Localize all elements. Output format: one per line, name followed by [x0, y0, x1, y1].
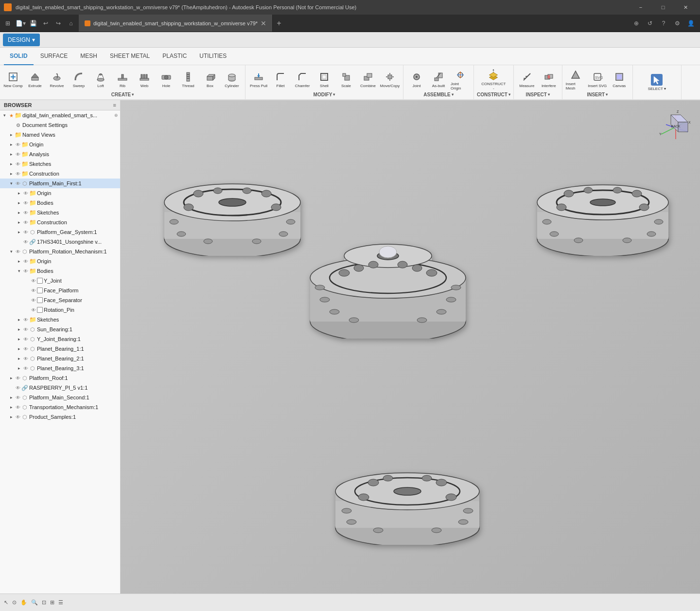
tree-item-rotation[interactable]: 👁 ⬡ Platform_Rotation_Mechanism:1	[0, 247, 120, 256]
browser-expand-button[interactable]: ≡	[113, 102, 116, 108]
tree-item-planet-3[interactable]: 👁 ⬡ Planet_Bearing_3:1	[0, 363, 120, 373]
folder-icon-root: 📁	[15, 112, 21, 119]
file-menu-button[interactable]: 📄▾	[15, 18, 26, 29]
tree-item-y-joint[interactable]: 👁 Y_Joint	[0, 276, 120, 286]
measure-button[interactable]: Measure	[517, 68, 537, 91]
web-button[interactable]: Web	[134, 68, 155, 91]
tree-item-product[interactable]: 👁 ⬡ Product_Samples:1	[0, 412, 120, 422]
tab-close-button[interactable]: ✕	[261, 19, 266, 27]
hole-button[interactable]: Hole	[156, 68, 176, 91]
tree-item-gear-system[interactable]: 👁 ⬡ Platform_Gear_System:1	[0, 227, 120, 237]
tab-solid[interactable]: SOLID	[4, 48, 34, 65]
sweep-button[interactable]: Sweep	[69, 68, 89, 91]
home-button[interactable]: ⌂	[65, 18, 77, 29]
tree-item-face-separator[interactable]: 👁 Face_Separator	[0, 295, 120, 305]
help-icon[interactable]: ?	[658, 18, 669, 29]
tree-item-pr-bodies[interactable]: 👁 📁 Bodies	[0, 266, 120, 276]
zoom-icon[interactable]: 🔍	[31, 599, 38, 606]
star-btn[interactable]: ⊕	[114, 113, 118, 118]
tree-item-pmf-bodies[interactable]: 👁 📁 Bodies	[0, 198, 120, 208]
tree-item-sun-bearing[interactable]: 👁 ⬡ Sun_Bearing:1	[0, 324, 120, 334]
maximize-button[interactable]: □	[652, 0, 674, 15]
interference-button[interactable]: Interfere	[539, 68, 559, 91]
minimize-button[interactable]: −	[630, 0, 651, 15]
svg-point-124	[564, 190, 574, 197]
tree-item-raspberry[interactable]: 👁 🔗 RASPBERRY_PI_5 v1:1	[0, 383, 120, 393]
tree-item-origin[interactable]: 👁 📁 Origin	[0, 140, 120, 149]
insert-svg-button[interactable]: SVG Insert SVG	[587, 68, 608, 91]
tab-plastic[interactable]: PLASTIC	[157, 48, 192, 65]
display-icon[interactable]: ☰	[58, 599, 63, 606]
tab-sheet-metal[interactable]: SHEET METAL	[104, 48, 156, 65]
redo-button[interactable]: ↪	[52, 18, 64, 29]
extension-icon[interactable]: ⊕	[631, 18, 642, 29]
joint-button[interactable]: Joint	[406, 68, 427, 91]
orbit-icon[interactable]: ⊙	[12, 599, 17, 606]
combine-button[interactable]: Combine	[358, 68, 378, 91]
tree-item-platform-second[interactable]: 👁 ⬡ Platform_Main_Second:1	[0, 393, 120, 402]
insert-canvas-button[interactable]: Canvas	[609, 68, 630, 91]
asbuilt-joint-button[interactable]: As-built	[428, 68, 449, 91]
pan-icon[interactable]: ✋	[20, 599, 27, 606]
tree-item-pr-sketches[interactable]: 👁 📁 Sketches	[0, 315, 120, 324]
insert-mesh-button[interactable]: Insert Mesh	[565, 68, 586, 91]
folder-icon-pmf-origin: 📁	[29, 190, 36, 197]
new-component-button[interactable]: New Comp	[3, 68, 23, 91]
account-icon[interactable]: 👤	[685, 18, 696, 29]
grid-icon[interactable]: ⊞	[2, 18, 14, 29]
chamfer-button[interactable]: Chamfer	[292, 68, 313, 91]
save-button[interactable]: 💾	[27, 18, 39, 29]
box-button[interactable]: Box	[200, 68, 220, 91]
tree-item-construction-root[interactable]: 👁 📁 Construction	[0, 169, 120, 179]
cursor-icon[interactable]: ↖	[4, 599, 8, 606]
tree-arrow-origin	[8, 141, 15, 148]
revolve-button[interactable]: Revolve	[47, 68, 67, 91]
grid-view-icon[interactable]: ⊞	[50, 599, 54, 606]
tree-item-doc-settings[interactable]: ⚙ Document Settings	[0, 120, 120, 130]
tree-item-transport[interactable]: 👁 ⬡ Transportation_Mechanism:1	[0, 402, 120, 412]
orientation-gizmo[interactable]: Z X Y BACK	[656, 105, 695, 144]
tree-item-named-views[interactable]: 📁 Named Views	[0, 130, 120, 140]
tab-mesh[interactable]: MESH	[74, 48, 103, 65]
tab-utilities[interactable]: UTILITIES	[193, 48, 232, 65]
tree-item-face-platform[interactable]: 👁 Face_Platform	[0, 286, 120, 295]
undo-button[interactable]: ↩	[40, 18, 52, 29]
shell-button[interactable]: Shell	[314, 68, 334, 91]
thread-button[interactable]: Thread	[178, 68, 198, 91]
select-button[interactable]: SELECT ▾	[647, 71, 667, 94]
add-tab-button[interactable]: +	[273, 15, 285, 32]
tree-item-pmf-construction[interactable]: 👁 📁 Construction	[0, 217, 120, 227]
tree-item-platform-main-first[interactable]: 👁 ⬡ Platform_Main_First:1	[0, 179, 120, 188]
tree-item-platform-roof[interactable]: 👁 ⬡ Platform_Roof:1	[0, 373, 120, 383]
fillet-button[interactable]: Fillet	[270, 68, 291, 91]
cylinder-button[interactable]: Cylinder	[222, 68, 242, 91]
close-button[interactable]: ✕	[675, 0, 696, 15]
move-copy-button[interactable]: Move/Copy	[380, 68, 400, 91]
tree-item-planet-1[interactable]: 👁 ⬡ Planet_Bearing_1:1	[0, 344, 120, 354]
joint-origin-button[interactable]: Joint Origin	[450, 68, 471, 91]
offset-plane-button[interactable]: CONSTRUCT -	[480, 68, 507, 91]
tree-item-sketches-root[interactable]: 👁 📁 Sketches	[0, 159, 120, 169]
tree-item-uson[interactable]: 👁 🔗 17HS3401_Usongshine v...	[0, 237, 120, 247]
tree-item-rotation-pin[interactable]: 👁 Rotation_Pin	[0, 305, 120, 315]
extrude-button[interactable]: Extrude	[25, 68, 45, 91]
press-pull-button[interactable]: Press Pull	[248, 68, 269, 91]
tree-item-root[interactable]: ★ 📁 digital_twin_enabled_smart_s... ⊕	[0, 110, 120, 120]
tree-item-analysis[interactable]: 👁 📁 Analysis	[0, 149, 120, 159]
tree-item-pr-origin[interactable]: 👁 📁 Origin	[0, 256, 120, 266]
tree-item-planet-2[interactable]: 👁 ⬡ Planet_Bearing_2:1	[0, 354, 120, 363]
design-dropdown-button[interactable]: DESIGN ▾	[3, 34, 40, 46]
scale-button[interactable]: Scale	[336, 68, 356, 91]
rib-button[interactable]: Rib	[112, 68, 133, 91]
tab-surface[interactable]: SURFACE	[35, 48, 74, 65]
sync-icon[interactable]: ↺	[645, 18, 655, 29]
fit-icon[interactable]: ⊡	[42, 599, 46, 606]
tree-item-pmf-sketches[interactable]: 👁 📁 Sketches	[0, 208, 120, 217]
document-tab[interactable]: digital_twin_enabled_smart_shipping_work…	[79, 15, 273, 32]
loft-button[interactable]: Loft	[90, 68, 111, 91]
tree-label-yjb: Y_Joint_Bearing:1	[37, 336, 81, 342]
settings-icon[interactable]: ⚙	[672, 18, 682, 29]
viewport[interactable]: Z X Y BACK	[121, 100, 700, 593]
tree-item-pmf-origin[interactable]: 👁 📁 Origin	[0, 188, 120, 198]
tree-item-yjoint-bearing[interactable]: 👁 ⬡ Y_Joint_Bearing:1	[0, 334, 120, 344]
